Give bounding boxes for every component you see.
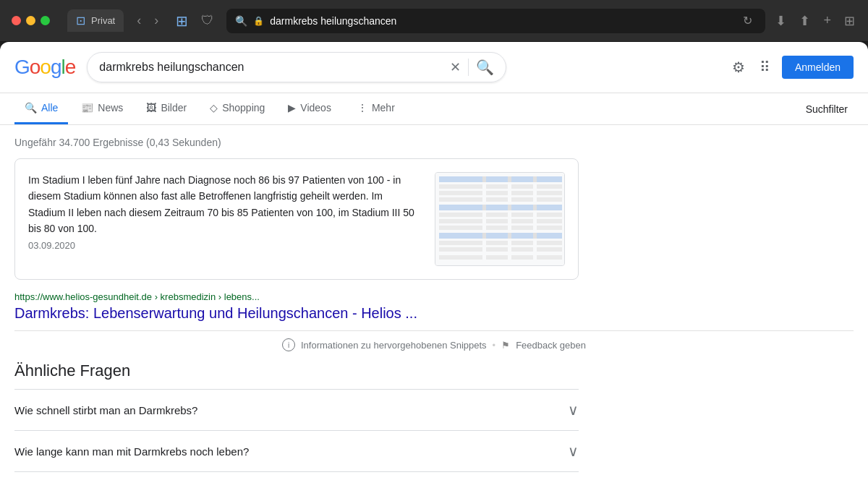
feedback-label[interactable]: Feedback geben xyxy=(516,340,586,351)
search-input[interactable] xyxy=(99,61,443,74)
extension-icon-1[interactable]: ⊞ xyxy=(171,11,192,31)
svg-rect-45 xyxy=(486,247,508,252)
snippet-body: Im Stadium I leben fünf Jahre nach Diagn… xyxy=(28,172,420,237)
search-divider xyxy=(468,59,469,76)
search-submit-button[interactable]: 🔍 xyxy=(476,59,494,76)
snippet-footer: i Informationen zu hervorgehobenen Snipp… xyxy=(14,330,854,356)
result-title: Darmkrebs: Lebenserwartung und Heilungsc… xyxy=(14,305,579,322)
snippet-info-text: Informationen zu hervorgehobenen Snippet… xyxy=(301,340,487,351)
address-text: darmkrebs heilungschancen xyxy=(270,15,733,27)
svg-rect-17 xyxy=(537,197,562,202)
question-text-2: Wie lange kann man mit Darmkrebs noch le… xyxy=(14,445,249,458)
search-bar[interactable]: ✕ 🔍 xyxy=(87,52,506,82)
tab-shopping[interactable]: ◇ Shopping xyxy=(200,93,275,124)
svg-rect-29 xyxy=(511,219,533,223)
reload-button[interactable]: ↻ xyxy=(739,12,757,29)
videos-icon: ▶ xyxy=(288,102,296,114)
question-text-1: Wie schnell stirbt man an Darmkrebs? xyxy=(14,404,197,416)
svg-rect-8 xyxy=(511,184,533,189)
suchfilter-button[interactable]: Suchfilter xyxy=(800,95,854,124)
all-icon: 🔍 xyxy=(25,102,37,114)
images-icon: 🖼 xyxy=(146,102,156,114)
svg-rect-38 xyxy=(511,233,533,239)
svg-rect-34 xyxy=(537,226,562,230)
question-item-2[interactable]: Wie lange kann man mit Darmkrebs noch le… xyxy=(14,430,579,471)
svg-rect-15 xyxy=(486,197,508,202)
svg-rect-47 xyxy=(537,247,562,252)
svg-rect-10 xyxy=(439,191,482,195)
search-icon: 🔍 xyxy=(235,15,247,27)
source-url-container: https://www.helios-gesundheit.de › krebs… xyxy=(14,291,579,322)
svg-rect-14 xyxy=(439,197,482,202)
address-bar[interactable]: 🔍 🔒 darmkrebs heilungschancen ↻ xyxy=(226,9,765,33)
tab-all[interactable]: 🔍 Alle xyxy=(14,93,68,124)
browser-tab[interactable]: ⊡ Privat xyxy=(67,9,124,32)
tab-more-label: Mehr xyxy=(372,102,395,114)
chevron-down-icon-1: ∨ xyxy=(568,401,579,419)
svg-rect-5 xyxy=(537,176,562,182)
svg-rect-41 xyxy=(486,241,508,245)
google-logo: Google xyxy=(14,56,75,79)
tab-videos[interactable]: ▶ Videos xyxy=(278,93,341,124)
question-item-1[interactable]: Wie schnell stirbt man an Darmkrebs? ∨ xyxy=(14,389,579,430)
svg-rect-16 xyxy=(511,197,533,202)
result-link[interactable]: Darmkrebs: Lebenserwartung und Heilungsc… xyxy=(14,305,417,321)
svg-rect-40 xyxy=(439,241,482,245)
svg-rect-50 xyxy=(511,255,533,260)
tab-news-label: News xyxy=(98,102,123,114)
svg-rect-19 xyxy=(439,205,482,210)
apps-button[interactable]: ⠿ xyxy=(757,56,773,79)
svg-rect-27 xyxy=(439,219,482,223)
snippet-table-svg xyxy=(435,173,565,265)
close-button[interactable] xyxy=(12,16,21,25)
forward-button[interactable]: › xyxy=(150,12,163,30)
tab-overview-button[interactable]: ⊞ xyxy=(843,12,856,30)
extension-icon-2[interactable]: 🛡 xyxy=(197,11,218,31)
tab-news[interactable]: 📰 News xyxy=(71,93,133,124)
svg-rect-6 xyxy=(439,184,482,189)
svg-rect-33 xyxy=(511,226,533,230)
tab-images[interactable]: 🖼 Bilder xyxy=(136,93,197,124)
search-tabs: 🔍 Alle 📰 News 🖼 Bilder ◇ Shopping ▶ Vide… xyxy=(0,93,868,125)
google-header: Google ✕ 🔍 ⚙ ⠿ Anmelden xyxy=(0,42,868,93)
main-content: Ungefähr 34.700 Ergebnisse (0,43 Sekunde… xyxy=(0,125,868,488)
svg-rect-31 xyxy=(439,226,482,230)
shopping-icon: ◇ xyxy=(210,102,218,114)
svg-rect-3 xyxy=(486,176,508,182)
back-button[interactable]: ‹ xyxy=(132,12,145,30)
svg-rect-42 xyxy=(511,241,533,245)
chevron-down-icon-3: ∨ xyxy=(568,484,579,488)
browser-chrome: ⊡ Privat ‹ › ⊞ 🛡 🔍 🔒 darmkrebs heilungsc… xyxy=(0,0,868,42)
svg-rect-44 xyxy=(439,247,482,252)
svg-rect-9 xyxy=(537,184,562,189)
tab-more[interactable]: ⋮ Mehr xyxy=(347,93,405,124)
tab-icon: ⊡ xyxy=(76,14,85,27)
news-icon: 📰 xyxy=(81,102,93,114)
settings-button[interactable]: ⚙ xyxy=(729,56,748,79)
nav-buttons: ‹ › xyxy=(132,12,163,30)
tab-images-label: Bilder xyxy=(161,102,187,114)
tab-all-label: Alle xyxy=(41,102,58,114)
google-page: Google ✕ 🔍 ⚙ ⠿ Anmelden 🔍 Alle 📰 News 🖼 … xyxy=(0,42,868,488)
similar-questions: Ähnliche Fragen Wie schnell stirbt man a… xyxy=(14,361,579,488)
traffic-lights xyxy=(12,16,50,25)
svg-rect-23 xyxy=(439,213,482,217)
share-button[interactable]: ⬆ xyxy=(798,12,812,30)
svg-rect-28 xyxy=(486,219,508,223)
result-stats: Ungefähr 34.700 Ergebnisse (0,43 Sekunde… xyxy=(14,129,854,158)
more-dots-icon: ⋮ xyxy=(357,102,367,114)
svg-rect-26 xyxy=(537,213,562,217)
minimize-button[interactable] xyxy=(26,16,35,25)
download-button[interactable]: ⬇ xyxy=(774,12,788,30)
maximize-button[interactable] xyxy=(41,16,50,25)
browser-extensions: ⊞ 🛡 xyxy=(171,11,218,31)
question-item-3[interactable]: Wohin streut Darmkrebs zuerst? ∨ xyxy=(14,471,579,488)
logo-o1: o xyxy=(30,56,41,78)
signin-button[interactable]: Anmelden xyxy=(782,56,854,79)
new-tab-button[interactable]: + xyxy=(822,12,833,30)
svg-rect-21 xyxy=(511,205,533,210)
svg-rect-51 xyxy=(537,255,562,260)
info-icon: i xyxy=(282,338,295,351)
clear-search-button[interactable]: ✕ xyxy=(450,59,461,75)
tab-videos-label: Videos xyxy=(300,102,331,114)
